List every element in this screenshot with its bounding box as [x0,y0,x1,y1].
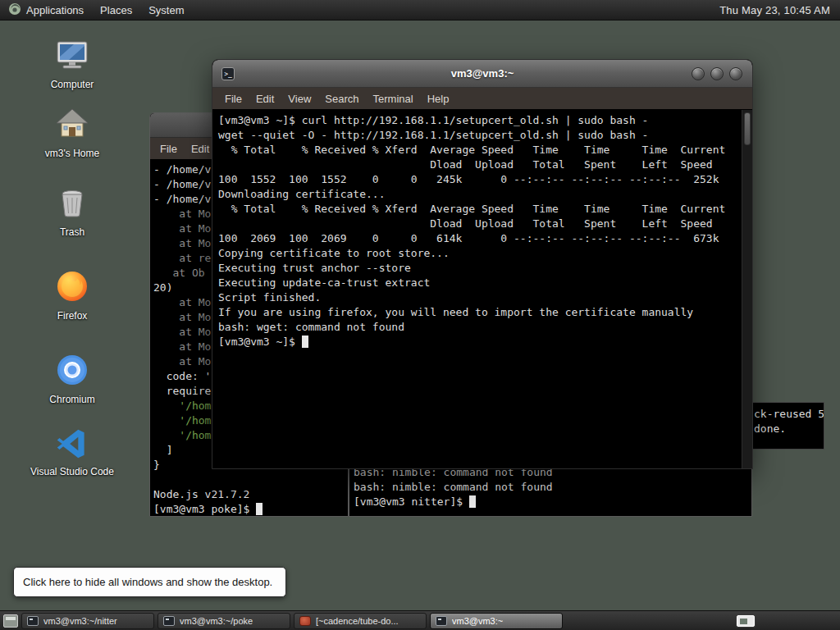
minimize-button[interactable] [692,67,705,80]
show-desktop-button[interactable] [3,614,18,628]
menu-file[interactable]: File [160,143,177,155]
applications-menu[interactable]: Applications [0,0,92,21]
places-menu[interactable]: Places [92,0,140,21]
desktop-icon-computer[interactable]: Computer [23,36,121,91]
menu-terminal[interactable]: Terminal [373,93,413,105]
desktop-icon-chromium[interactable]: Chromium [23,351,121,406]
menu-view[interactable]: View [288,93,311,105]
firefox-icon [53,267,91,308]
menu-edit[interactable]: Edit [256,93,274,105]
taskbar-button-label: [~cadence/tube-do... [316,616,399,626]
chromium-icon [53,351,91,392]
terminal-menubar: File Edit View Search Terminal Help [212,88,752,109]
terminal-line: bash: nimble: command not found [354,480,553,495]
distro-logo-icon [8,2,21,18]
terminal-line: Script finished. [218,290,742,305]
vscode-icon [55,427,89,464]
window-controls [692,67,742,80]
workspace-switcher[interactable] [737,615,755,627]
tooltip-text: Click here to hide all windows and show … [23,576,272,588]
terminal-cursor [256,503,262,515]
close-button[interactable] [729,67,742,80]
terminal-line: wget --quiet -O - http://192.168.1.1/set… [218,128,742,143]
menu-file[interactable]: File [225,93,242,105]
terminal-line: [vm3@vm3 ~]$ [218,335,742,349]
taskbar-button-label: vm3@vm3:~ [452,616,503,626]
computer-icon [53,36,91,77]
terminal-output[interactable]: [vm3@vm3 ~]$ curl http://192.168.1.1/set… [213,110,742,468]
home-icon [53,105,91,146]
desktop-icon-trash[interactable]: Trash [23,184,121,239]
terminal-line: 100 1552 100 1552 0 0 245k 0 --:--:-- --… [218,172,742,187]
show-desktop-tooltip: Click here to hide all windows and show … [13,567,286,597]
terminal-cursor [469,495,476,508]
scrollbar[interactable] [742,110,752,468]
terminal-line: % Total % Received % Xferd Average Speed… [218,202,742,217]
terminal-line: Executing update-ca-trust extract [218,276,742,290]
top-panel: Applications Places System Thu May 23, 1… [0,0,840,21]
places-menu-label: Places [100,4,132,16]
clock[interactable]: Thu May 23, 10:45 AM [719,4,840,16]
taskbar-button-nitter[interactable]: vm3@vm3:~/nitter [21,613,154,629]
terminal-icon [436,616,447,626]
desktop-icon-label: Computer [51,80,94,91]
terminal-line: Dload Upload Total Spent Left Speed [218,158,742,172]
desktop: Applications Places System Thu May 23, 1… [0,0,840,630]
terminal-line: Node.js v21.7.2 [153,487,348,502]
terminal-line: ck-reused 5442 [754,407,824,422]
scrollbar-thumb[interactable] [744,112,751,145]
system-menu-label: System [148,4,184,16]
terminal-line: done. [754,422,824,436]
taskbar-button-poke[interactable]: vm3@vm3:~/poke [158,613,290,629]
desktop-icon-firefox[interactable]: Firefox [23,267,121,322]
menu-edit[interactable]: Edit [191,143,209,155]
taskbar-button-label: vm3@vm3:~/poke [180,616,253,626]
terminal-line: [vm3@vm3 ~]$ curl http://192.168.1.1/set… [218,113,742,128]
terminal-line: If you are using firefox, you will need … [218,305,742,320]
system-menu[interactable]: System [140,0,192,21]
terminal-line: bash: wget: command not found [218,320,742,335]
terminal-line: % Total % Received % Xferd Average Speed… [218,143,742,158]
desktop-icon-label: Chromium [49,395,94,406]
terminal-line: Copying certificate to root store... [218,246,742,261]
terminal-output: ck-reused 5442done. [754,407,824,436]
terminal-line: Downloading certificate... [218,187,742,202]
menu-help[interactable]: Help [427,93,450,105]
terminal-output: bash: nimble: command not foundbash: nim… [354,465,553,509]
terminal-icon [163,616,175,626]
desktop-icon-label: Visual Studio Code [30,467,114,478]
terminal-line [153,472,348,487]
terminal-line: 100 2069 100 2069 0 0 614k 0 --:--:-- --… [218,231,742,246]
taskbar-button-cadence-tube[interactable]: [~cadence/tube-do... [294,613,427,629]
titlebar[interactable]: >_ vm3@vm3:~ [212,60,752,88]
taskbar: vm3@vm3:~/nitter vm3@vm3:~/poke [~cadenc… [0,610,840,630]
menu-search[interactable]: Search [325,93,358,105]
trash-icon [53,184,91,225]
terminal-app-icon: >_ [221,67,235,80]
terminal-line: [vm3@vm3 poke]$ [153,502,348,517]
desktop-icon-label: Firefox [57,311,88,322]
terminal-line: [vm3@vm3 nitter]$ [354,495,553,509]
window-title: vm3@vm3:~ [451,67,514,80]
desktop-icon-label: Trash [60,227,84,239]
desktop-icon-vscode[interactable]: Visual Studio Code [23,427,121,478]
taskbar-button-label: vm3@vm3:~/nitter [43,616,117,626]
desktop-icon-label: vm3's Home [45,148,99,160]
terminal-line: Dload Upload Total Spent Left Speed [218,217,742,231]
taskbar-button-vm3-active[interactable]: vm3@vm3:~ [430,613,563,629]
applications-menu-label: Applications [26,4,84,16]
maximize-button[interactable] [710,67,724,80]
main-terminal-window: >_ vm3@vm3:~ File Edit View Search Termi… [212,59,753,469]
chat-icon [299,616,311,626]
terminal-line: Executing trust anchor --store [218,261,742,276]
desktop-icon-home[interactable]: vm3's Home [23,105,121,160]
terminal-cursor [302,336,308,348]
terminal-icon [27,616,39,626]
